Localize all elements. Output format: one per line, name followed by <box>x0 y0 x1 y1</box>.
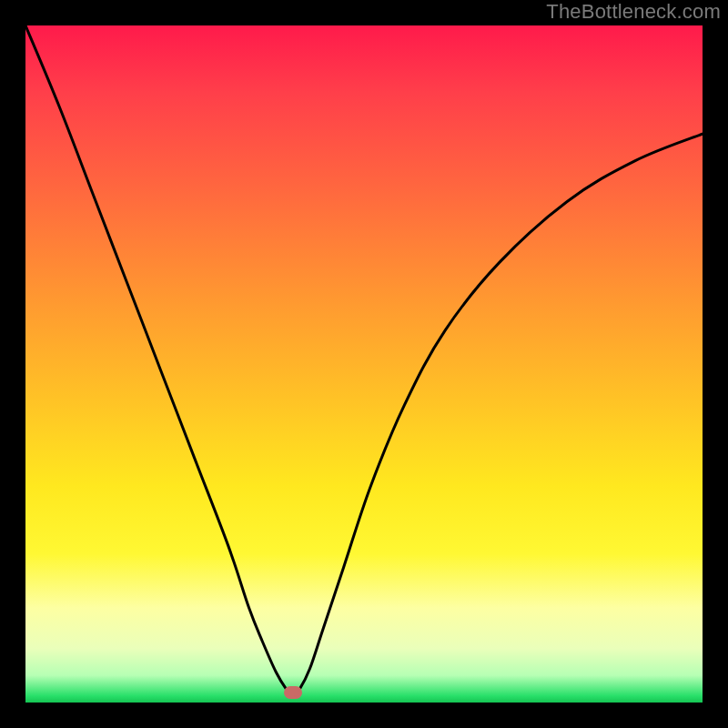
minimum-marker <box>284 686 302 699</box>
bottleneck-curve-path <box>25 25 703 696</box>
watermark-text: TheBottleneck.com <box>546 0 721 24</box>
curve-svg <box>25 25 703 703</box>
chart-frame: TheBottleneck.com <box>0 0 728 728</box>
plot-area <box>25 25 703 703</box>
